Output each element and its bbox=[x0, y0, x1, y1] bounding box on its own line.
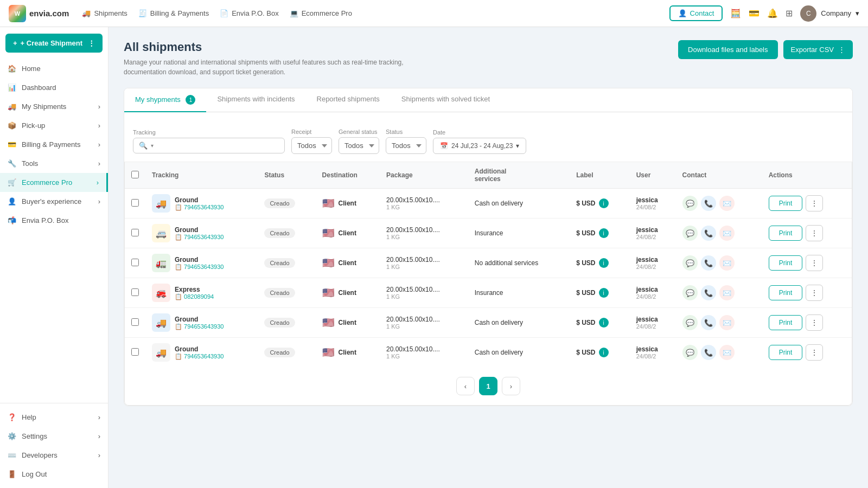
print-button-3[interactable]: Print bbox=[769, 285, 803, 300]
page-1-button[interactable]: 1 bbox=[479, 377, 497, 395]
calculator-button[interactable]: 🧮 bbox=[730, 8, 741, 18]
sidebar-item-buyer[interactable]: 👤 Buyer's experience › bbox=[0, 192, 108, 211]
prev-page-button[interactable]: ‹ bbox=[456, 377, 475, 395]
tab-incidents[interactable]: Shipments with incidents bbox=[206, 88, 305, 112]
company-badge[interactable]: C Company ▾ bbox=[800, 5, 859, 22]
tab-myshipments[interactable]: My shypments 1 bbox=[124, 88, 206, 112]
status-select[interactable]: Todos bbox=[386, 137, 426, 154]
nav-ecommerce[interactable]: 💻 Ecommerce Pro bbox=[290, 9, 352, 17]
tracking-number-1[interactable]: 📋 794653643930 bbox=[175, 234, 224, 241]
grid-button[interactable]: ⊞ bbox=[786, 8, 793, 18]
sidebar-item-billing[interactable]: 💳 Billing & Payments › bbox=[0, 135, 108, 154]
info-icon-5[interactable]: i bbox=[599, 348, 609, 357]
whatsapp-button-4[interactable]: 💬 bbox=[682, 315, 698, 330]
sidebar-item-logout[interactable]: 🚪 Log Out bbox=[0, 465, 108, 484]
flag-icon-0: 🇺🇸 bbox=[322, 197, 334, 209]
sidebar-item-home[interactable]: 🏠 Home bbox=[0, 59, 108, 78]
sidebar-item-tools[interactable]: 🔧 Tools › bbox=[0, 154, 108, 173]
sidebar-pobox-label: Envia P.O. Box bbox=[22, 216, 68, 224]
whatsapp-button-0[interactable]: 💬 bbox=[682, 196, 698, 211]
logo[interactable]: W envia.com bbox=[9, 5, 69, 22]
select-all-checkbox[interactable] bbox=[131, 171, 139, 178]
email-button-1[interactable]: ✉️ bbox=[719, 226, 735, 241]
phone-button-3[interactable]: 📞 bbox=[701, 285, 716, 300]
next-page-button[interactable]: › bbox=[502, 377, 520, 395]
row-checkbox-5[interactable] bbox=[131, 348, 139, 356]
create-shipment-button[interactable]: + + Create Shipment ⋮ bbox=[5, 34, 103, 53]
nav-billing[interactable]: 🧾 Billing & Payments bbox=[138, 9, 209, 17]
truck-icon-4: 🚚 bbox=[152, 313, 170, 332]
print-button-5[interactable]: Print bbox=[769, 345, 803, 360]
sidebar-item-settings[interactable]: ⚙️ Settings › bbox=[0, 427, 108, 446]
row-checkbox-4[interactable] bbox=[131, 318, 139, 326]
nav-ecommerce-label: Ecommerce Pro bbox=[302, 9, 352, 17]
whatsapp-button-2[interactable]: 💬 bbox=[682, 255, 698, 271]
email-button-2[interactable]: ✉️ bbox=[719, 255, 735, 271]
info-icon-3[interactable]: i bbox=[599, 288, 609, 298]
date-picker[interactable]: 📅 24 Jul,23 - 24 Aug,23 ▾ bbox=[433, 138, 526, 154]
whatsapp-button-1[interactable]: 💬 bbox=[682, 226, 698, 241]
card-button[interactable]: 💳 bbox=[749, 8, 760, 18]
row-checkbox-0[interactable] bbox=[131, 199, 139, 207]
phone-button-4[interactable]: 📞 bbox=[701, 315, 716, 330]
row-tracking-3: 🚒 Express 📋 082089094 bbox=[145, 278, 258, 308]
tracking-number-5[interactable]: 📋 794653643930 bbox=[175, 353, 224, 360]
phone-button-0[interactable]: 📞 bbox=[701, 196, 716, 211]
print-button-4[interactable]: Print bbox=[769, 315, 803, 330]
general-status-select[interactable]: Todos bbox=[339, 137, 379, 154]
whatsapp-button-5[interactable]: 💬 bbox=[682, 345, 698, 360]
more-actions-button-0[interactable]: ⋮ bbox=[806, 195, 823, 211]
tab-solved[interactable]: Shipments with solved ticket bbox=[391, 88, 501, 112]
sidebar-item-myshipments[interactable]: 🚚 My Shipments › bbox=[0, 97, 108, 116]
tools-icon: 🔧 bbox=[8, 159, 16, 168]
more-actions-button-2[interactable]: ⋮ bbox=[806, 255, 823, 271]
tracking-number-0[interactable]: 📋 794653643930 bbox=[175, 204, 224, 211]
info-icon-4[interactable]: i bbox=[599, 318, 609, 328]
info-icon-2[interactable]: i bbox=[599, 258, 609, 268]
more-actions-button-4[interactable]: ⋮ bbox=[806, 314, 823, 331]
tab-reported[interactable]: Reported shipments bbox=[306, 88, 391, 112]
row-tracking-0: 🚚 Ground 📋 794653643930 bbox=[145, 189, 258, 219]
print-button-0[interactable]: Print bbox=[769, 196, 803, 211]
receipt-select[interactable]: Todos bbox=[291, 137, 332, 154]
more-actions-button-5[interactable]: ⋮ bbox=[806, 344, 823, 361]
sidebar-item-dashboard[interactable]: 📊 Dashboard bbox=[0, 78, 108, 97]
email-button-3[interactable]: ✉️ bbox=[719, 285, 735, 300]
phone-button-5[interactable]: 📞 bbox=[701, 345, 716, 360]
tracking-number-4[interactable]: 📋 794653643930 bbox=[175, 323, 224, 330]
row-checkbox-1[interactable] bbox=[131, 229, 139, 236]
download-button[interactable]: Download files and labels bbox=[678, 40, 777, 59]
phone-button-2[interactable]: 📞 bbox=[701, 255, 716, 271]
sidebar-item-help[interactable]: ❓ Help › bbox=[0, 408, 108, 427]
contact-button[interactable]: 👤 Contact bbox=[669, 5, 723, 21]
email-button-0[interactable]: ✉️ bbox=[719, 196, 735, 211]
export-button[interactable]: Exportar CSV ⋮ bbox=[783, 40, 853, 59]
sidebar-item-developers[interactable]: ⌨️ Developers › bbox=[0, 446, 108, 465]
row-checkbox-2[interactable] bbox=[131, 259, 139, 266]
row-checkbox-3[interactable] bbox=[131, 288, 139, 296]
tracking-input[interactable] bbox=[157, 142, 279, 150]
print-button-1[interactable]: Print bbox=[769, 226, 803, 241]
nav-pobox[interactable]: 📄 Envia P.O. Box bbox=[220, 9, 278, 17]
print-button-2[interactable]: Print bbox=[769, 255, 803, 271]
tab-myshipments-label: My shypments bbox=[135, 95, 181, 104]
email-button-5[interactable]: ✉️ bbox=[719, 345, 735, 360]
row-checkbox-cell-5 bbox=[125, 338, 145, 368]
more-actions-button-3[interactable]: ⋮ bbox=[806, 285, 823, 301]
phone-button-1[interactable]: 📞 bbox=[701, 226, 716, 241]
nav-shipments[interactable]: 🚚 Shipments bbox=[82, 9, 127, 17]
row-additional-1: Insurance bbox=[468, 219, 570, 248]
bell-button[interactable]: 🔔 bbox=[767, 8, 778, 18]
info-icon-1[interactable]: i bbox=[599, 228, 609, 238]
sidebar-item-pickup[interactable]: 📦 Pick-up › bbox=[0, 116, 108, 135]
tracking-number-3[interactable]: 📋 082089094 bbox=[175, 293, 214, 300]
info-icon-0[interactable]: i bbox=[599, 198, 609, 208]
email-button-4[interactable]: ✉️ bbox=[719, 315, 735, 330]
whatsapp-button-3[interactable]: 💬 bbox=[682, 285, 698, 300]
tracking-number-2[interactable]: 📋 794653643930 bbox=[175, 264, 224, 271]
sidebar-item-pobox[interactable]: 📬 Envia P.O. Box bbox=[0, 211, 108, 230]
company-avatar: C bbox=[800, 5, 816, 22]
nav-shipments-icon: 🚚 bbox=[82, 9, 91, 17]
more-actions-button-1[interactable]: ⋮ bbox=[806, 225, 823, 241]
sidebar-item-ecommerce[interactable]: 🛒 Ecommerce Pro › bbox=[0, 173, 108, 192]
